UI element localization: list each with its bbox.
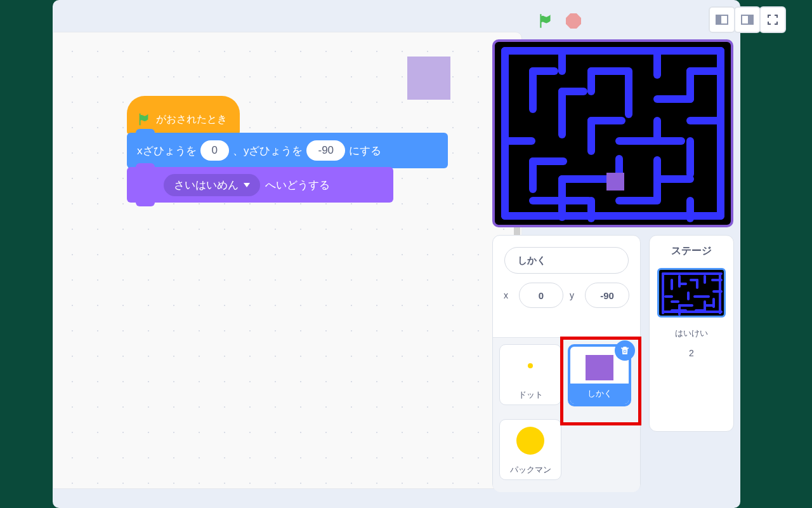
stage-size-controls bbox=[710, 6, 786, 33]
backdrop-count: 2 bbox=[689, 348, 694, 358]
stop-button[interactable] bbox=[563, 10, 584, 32]
sprite-name-input[interactable] bbox=[504, 247, 629, 274]
fullscreen-button[interactable] bbox=[759, 6, 786, 33]
stop-icon bbox=[566, 13, 581, 29]
sprite-label: パックマン bbox=[510, 460, 551, 479]
green-flag-icon bbox=[137, 112, 151, 126]
small-stage-button[interactable] bbox=[709, 6, 735, 33]
x-input[interactable]: 0 bbox=[200, 140, 229, 161]
green-flag-icon bbox=[537, 13, 554, 29]
block-text: へいどうする bbox=[265, 178, 330, 192]
layout-icon bbox=[716, 15, 728, 25]
stage-controls bbox=[535, 6, 789, 36]
block-text: にする bbox=[349, 144, 381, 158]
stage-selector-panel: ステージ はいけい 2 bbox=[649, 235, 734, 432]
delete-sprite-button[interactable] bbox=[615, 340, 635, 361]
y-label: y bbox=[570, 290, 579, 300]
dot-icon bbox=[528, 363, 533, 368]
go-to-layer-block[interactable]: さいはいめん へいどうする bbox=[127, 167, 393, 203]
pacman-icon bbox=[516, 427, 544, 455]
sprite-x-input[interactable] bbox=[519, 283, 563, 308]
y-input[interactable]: -90 bbox=[306, 140, 345, 161]
backdrop-label: はいけい bbox=[675, 328, 708, 339]
sprite-card-pacman[interactable]: パックマン bbox=[499, 419, 561, 480]
backdrop-thumbnail[interactable] bbox=[657, 268, 726, 318]
code-workspace[interactable]: がおされたとき xざひょうを 0 、yざひょうを -90 にする さいはいめん bbox=[53, 32, 522, 489]
block-text: xざひょうを bbox=[137, 144, 197, 158]
sprite-info-panel: x y ドット しかく パックマン bbox=[492, 235, 641, 491]
sprite-y-input[interactable] bbox=[585, 283, 629, 308]
app-frame: がおされたとき xざひょうを 0 、yざひょうを -90 にする さいはいめん bbox=[53, 0, 740, 508]
sprite-watermark bbox=[407, 57, 450, 100]
sprite-card-dot[interactable]: ドット bbox=[499, 344, 561, 405]
dropdown-value: さいはいめん bbox=[174, 178, 239, 192]
chevron-down-icon bbox=[244, 183, 250, 187]
hat-block-label: がおされたとき bbox=[156, 113, 227, 126]
block-text: 、yざひょうを bbox=[233, 144, 303, 158]
x-label: x bbox=[504, 290, 513, 300]
layer-dropdown[interactable]: さいはいめん bbox=[164, 174, 260, 196]
stage-preview[interactable] bbox=[492, 39, 733, 227]
fullscreen-icon bbox=[766, 13, 779, 26]
large-stage-button[interactable] bbox=[734, 6, 761, 33]
when-flag-clicked-block[interactable]: がおされたとき bbox=[127, 96, 240, 134]
stage-sprite-square bbox=[606, 173, 624, 190]
sprite-list: ドット しかく パックマン bbox=[493, 337, 640, 492]
sprite-label: ドット bbox=[518, 385, 543, 404]
sprite-card-shikaku[interactable]: しかく bbox=[568, 344, 631, 406]
green-flag-button[interactable] bbox=[535, 10, 556, 32]
sprite-label: しかく bbox=[570, 384, 629, 404]
layout-icon bbox=[741, 15, 754, 25]
square-icon bbox=[586, 355, 613, 380]
goto-xy-block[interactable]: xざひょうを 0 、yざひょうを -90 にする bbox=[127, 133, 448, 168]
stage-title: ステージ bbox=[671, 244, 712, 258]
trash-icon bbox=[619, 345, 631, 356]
